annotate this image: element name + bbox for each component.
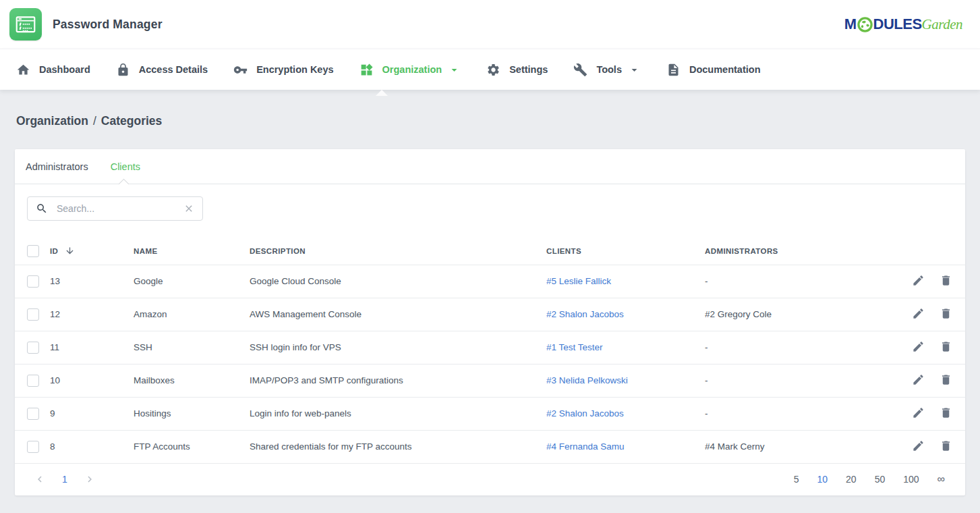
cell-description: SSH login info for VPS <box>250 331 546 364</box>
cell-name: FTP Accounts <box>134 430 250 463</box>
logo-text-m: M <box>844 17 857 32</box>
page-size-5[interactable]: 5 <box>794 474 799 485</box>
client-link[interactable]: #3 Nelida Pelkowski <box>546 375 628 385</box>
table-row: 9HositingsLogin info for web-panels#2 Sh… <box>15 397 965 430</box>
row-checkbox[interactable] <box>27 308 39 321</box>
edit-icon <box>912 340 925 353</box>
cell-name: Google <box>134 265 250 298</box>
chevron-left-icon <box>34 473 46 485</box>
column-header-administrators[interactable]: ADMINISTRATORS <box>705 238 880 265</box>
nav-item-tools[interactable]: Tools <box>560 49 654 90</box>
nav-item-organization[interactable]: Organization <box>347 49 474 90</box>
search-input[interactable] <box>55 202 183 215</box>
cell-id: 11 <box>50 331 134 364</box>
row-checkbox[interactable] <box>27 342 39 354</box>
nav-item-dashboard[interactable]: Dashboard <box>3 49 103 90</box>
edit-button[interactable] <box>912 439 925 452</box>
table-row: 10MailboxesIMAP/POP3 and SMTP configurat… <box>15 364 965 397</box>
row-checkbox[interactable] <box>27 275 39 288</box>
nav-item-label: Tools <box>596 64 622 75</box>
cell-administrators: - <box>705 331 880 364</box>
delete-icon <box>940 439 952 452</box>
client-link[interactable]: #5 Leslie Fallick <box>546 276 611 286</box>
nav-item-settings[interactable]: Settings <box>473 49 560 90</box>
edit-icon <box>912 274 925 287</box>
close-icon <box>183 203 194 214</box>
chevron-right-icon <box>84 473 96 485</box>
edit-button[interactable] <box>912 406 925 419</box>
row-checkbox[interactable] <box>27 408 39 420</box>
page-size-100[interactable]: 100 <box>903 474 919 485</box>
client-link[interactable]: #2 Shalon Jacobos <box>546 309 624 319</box>
delete-button[interactable] <box>940 406 952 419</box>
table-header-row: ID NAME DESCRIPTION CLIENTS ADMINISTRATO… <box>15 238 965 265</box>
nav-item-access-details[interactable]: Access Details <box>103 49 221 90</box>
page-size-10[interactable]: 10 <box>817 474 828 485</box>
edit-button[interactable] <box>912 373 925 386</box>
edit-icon <box>912 307 925 320</box>
key-icon <box>233 63 248 77</box>
cell-name: Mailboxes <box>134 364 250 397</box>
client-link[interactable]: #4 Fernanda Samu <box>546 441 625 452</box>
edit-icon <box>912 406 925 419</box>
nav-item-label: Dashboard <box>39 64 90 75</box>
select-all-checkbox[interactable] <box>27 245 39 257</box>
client-link[interactable]: #1 Test Tester <box>546 342 603 352</box>
edit-button[interactable] <box>912 307 925 320</box>
wrench-icon <box>573 63 587 77</box>
delete-button[interactable] <box>940 439 952 452</box>
page-size-20[interactable]: 20 <box>846 474 857 485</box>
logo-text-dules: DULES <box>873 17 922 32</box>
cell-description: Login info for web-panels <box>250 397 546 430</box>
delete-button[interactable] <box>940 373 952 386</box>
pager: 1 <box>15 473 96 485</box>
password-manager-icon <box>14 13 37 36</box>
row-checkbox[interactable] <box>27 375 39 387</box>
previous-page-button[interactable] <box>34 473 46 485</box>
nav-item-documentation[interactable]: Documentation <box>654 49 774 90</box>
cell-administrators: - <box>705 265 880 298</box>
column-header-name[interactable]: NAME <box>134 238 250 265</box>
logo-text-garden: Garden <box>922 18 962 32</box>
delete-button[interactable] <box>940 340 952 353</box>
table-row: 13GoogleGoogle Cloud Console#5 Leslie Fa… <box>15 265 965 298</box>
page-size-selector: 5102050100∞ <box>794 473 965 485</box>
tab-bar: AdministratorsClients <box>15 149 965 184</box>
edit-button[interactable] <box>912 340 925 353</box>
cell-administrators: - <box>705 364 880 397</box>
app-header: Password Manager M DULES Garden <box>0 0 980 49</box>
tab-clients[interactable]: Clients <box>111 161 140 172</box>
page-size-50[interactable]: 50 <box>875 474 886 485</box>
cell-description: Shared credentials for my FTP accounts <box>250 430 546 463</box>
page-size-infinity[interactable]: ∞ <box>938 473 945 485</box>
delete-icon <box>940 307 952 320</box>
widgets-icon <box>359 63 374 77</box>
column-header-id[interactable]: ID <box>50 238 134 265</box>
cell-id: 8 <box>50 430 134 463</box>
cell-administrators: - <box>705 397 880 430</box>
page-number[interactable]: 1 <box>62 474 67 485</box>
search-box <box>27 196 203 221</box>
next-page-button[interactable] <box>84 473 96 485</box>
delete-icon <box>940 406 952 419</box>
table-row: 11SSHSSH login info for VPS#1 Test Teste… <box>15 331 965 364</box>
breadcrumb-separator: / <box>88 114 101 128</box>
column-header-clients[interactable]: CLIENTS <box>546 238 705 265</box>
row-checkbox[interactable] <box>27 441 39 453</box>
sort-descending-icon[interactable] <box>65 246 75 256</box>
tab-administrators[interactable]: Administrators <box>26 161 88 172</box>
table-row: 12AmazonAWS Management Console#2 Shalon … <box>15 298 965 331</box>
search-icon <box>36 202 48 215</box>
nav-item-encryption-keys[interactable]: Encryption Keys <box>221 49 346 90</box>
cell-id: 9 <box>50 397 134 430</box>
cell-id: 10 <box>50 364 134 397</box>
delete-icon <box>940 274 952 287</box>
delete-button[interactable] <box>940 274 952 287</box>
delete-icon <box>940 340 952 353</box>
column-header-description[interactable]: DESCRIPTION <box>250 238 546 265</box>
client-link[interactable]: #2 Shalon Jacobos <box>546 408 624 418</box>
clear-search-button[interactable] <box>183 203 194 214</box>
breadcrumb-page: Categories <box>101 114 162 128</box>
edit-button[interactable] <box>912 274 925 287</box>
delete-button[interactable] <box>940 307 952 320</box>
